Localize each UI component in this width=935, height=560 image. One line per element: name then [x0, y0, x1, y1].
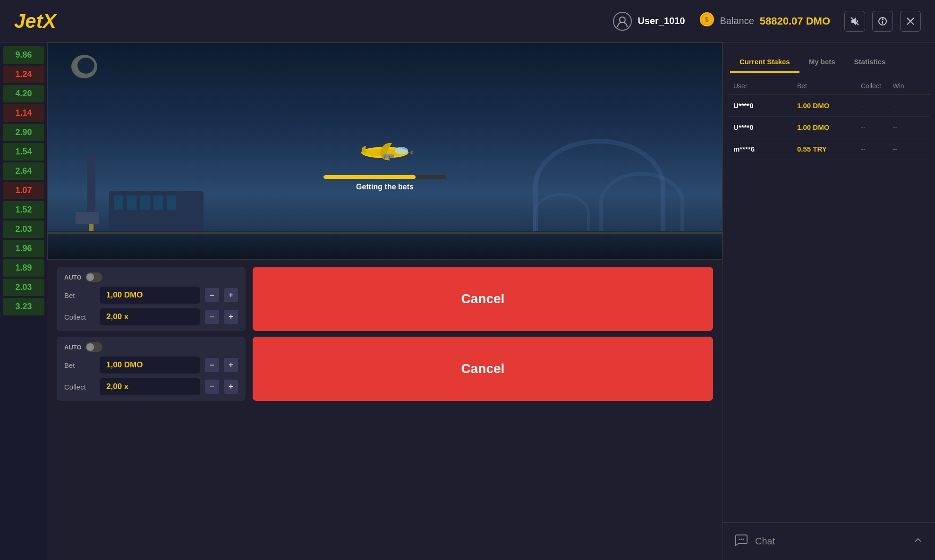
ground [48, 231, 722, 259]
bet-plus-btn-2[interactable]: + [224, 358, 238, 372]
bet-minus-btn-1[interactable]: − [205, 288, 219, 302]
betting-panel: AUTO Bet 1,00 DMO − + Collect [47, 260, 722, 560]
user-avatar-icon [613, 12, 632, 31]
row2-win: -- [893, 123, 925, 131]
collect-input-row-1: Collect 2,00 x − + [64, 308, 238, 325]
multiplier-badge[interactable]: 1.14 [3, 104, 44, 122]
arch-small [599, 172, 684, 233]
right-panel: Current Stakes My bets Statistics User B… [722, 42, 935, 560]
logo-x: X [43, 10, 56, 32]
svg-point-7 [882, 19, 883, 20]
chat-icon [735, 533, 748, 550]
bet-input-row-1: Bet 1,00 DMO − + [64, 287, 238, 304]
multiplier-badge[interactable]: 1.96 [3, 240, 44, 257]
row1-win: -- [893, 102, 925, 110]
coin-icon: $ [699, 12, 714, 30]
auto-toggle-1: AUTO [64, 272, 238, 282]
progress-bar-container: Getting the bets [323, 175, 446, 191]
multiplier-badge[interactable]: 3.23 [3, 298, 44, 315]
game-status-label: Getting the bets [323, 183, 446, 191]
sound-button[interactable] [844, 11, 865, 32]
col-collect: Collect [861, 82, 893, 90]
logo: JetX [14, 10, 56, 33]
multiplier-badge[interactable]: 1.24 [3, 66, 44, 83]
collect-value-1: 2,00 x [106, 312, 128, 322]
auto-label-2: AUTO [64, 344, 82, 351]
table-header: User Bet Collect Win [728, 77, 930, 95]
left-sidebar: 9.86 1.24 4.20 1.14 2.90 1.54 2.64 1.07 … [0, 42, 47, 560]
username: User_1010 [638, 16, 685, 26]
bet-label-1: Bet [64, 291, 95, 299]
row2-user: U****0 [733, 123, 797, 131]
balance-info: $ Balance 58820.07 DMO [699, 12, 830, 30]
row1-user: U****0 [733, 102, 797, 110]
progress-bar-fill [323, 175, 416, 179]
plane-container [357, 137, 413, 168]
bet-minus-btn-2[interactable]: − [205, 358, 219, 372]
tab-my-bets[interactable]: My bets [799, 52, 845, 73]
multiplier-badge[interactable]: 2.03 [3, 221, 44, 238]
svg-point-12 [395, 147, 408, 154]
toggle-switch-1[interactable] [85, 272, 102, 282]
multiplier-badge[interactable]: 2.90 [3, 124, 44, 141]
collect-minus-btn-2[interactable]: − [205, 380, 219, 394]
header-icons [844, 11, 921, 32]
collect-input-box-1[interactable]: 2,00 x [100, 308, 200, 325]
logo-jet: Jet [14, 10, 43, 32]
chat-expand-icon[interactable] [913, 535, 923, 548]
bet-controls-1: AUTO Bet 1,00 DMO − + Collect [57, 267, 246, 331]
row3-user: m****6 [733, 145, 797, 153]
toggle-switch-2[interactable] [85, 342, 102, 352]
col-bet: Bet [797, 82, 861, 90]
control-tower [83, 156, 99, 233]
table-row: m****6 0.55 TRY -- -- [728, 138, 930, 160]
header-right: User_1010 $ Balance 58820.07 DMO [613, 11, 921, 32]
bet-input-box-2[interactable]: 1,00 DMO [100, 356, 200, 373]
collect-plus-btn-2[interactable]: + [224, 380, 238, 394]
svg-point-18 [743, 539, 744, 540]
collect-plus-btn-1[interactable]: + [224, 310, 238, 324]
cancel-button-1[interactable]: Cancel [253, 267, 713, 331]
collect-minus-btn-1[interactable]: − [205, 310, 219, 324]
col-user: User [733, 82, 797, 90]
cancel-button-2[interactable]: Cancel [253, 337, 713, 401]
auto-label-1: AUTO [64, 274, 82, 281]
arch-medium [533, 193, 590, 233]
multiplier-badge[interactable]: 2.64 [3, 162, 44, 180]
tab-statistics[interactable]: Statistics [845, 52, 895, 73]
chat-bar[interactable]: Chat [723, 522, 935, 560]
multiplier-badge[interactable]: 1.07 [3, 182, 44, 199]
chat-label: Chat [755, 536, 775, 547]
multiplier-badge[interactable]: 1.52 [3, 201, 44, 219]
tab-current-stakes[interactable]: Current Stakes [730, 52, 799, 73]
row3-bet: 0.55 TRY [797, 145, 861, 153]
collect-input-row-2: Collect 2,00 x − + [64, 378, 238, 395]
row1-bet: 1.00 DMO [797, 102, 861, 110]
bet-row-1: AUTO Bet 1,00 DMO − + Collect [57, 267, 713, 331]
table-row: U****0 1.00 DMO -- -- [728, 95, 930, 117]
auto-toggle-2: AUTO [64, 342, 238, 352]
runway [48, 232, 722, 234]
svg-text:$: $ [705, 16, 709, 23]
multiplier-badge[interactable]: 4.20 [3, 85, 44, 102]
moon-crescent [77, 58, 94, 74]
multiplier-badge[interactable]: 9.86 [3, 46, 44, 64]
info-button[interactable] [872, 11, 893, 32]
row3-collect: -- [861, 145, 893, 153]
multiplier-badge[interactable]: 1.89 [3, 259, 44, 277]
main-layout: 9.86 1.24 4.20 1.14 2.90 1.54 2.64 1.07 … [0, 42, 935, 560]
collect-input-box-2[interactable]: 2,00 x [100, 378, 200, 395]
stakes-table: User Bet Collect Win U****0 1.00 DMO -- … [723, 73, 935, 522]
tabs: Current Stakes My bets Statistics [723, 42, 935, 73]
collect-label-1: Collect [64, 313, 95, 321]
row2-collect: -- [861, 123, 893, 131]
bet-value-1: 1,00 DMO [106, 290, 143, 300]
bet-row-2: AUTO Bet 1,00 DMO − + Collect [57, 337, 713, 401]
multiplier-badge[interactable]: 2.03 [3, 279, 44, 296]
close-button[interactable] [900, 11, 921, 32]
terminal [109, 191, 204, 233]
bet-plus-btn-1[interactable]: + [224, 288, 238, 302]
bet-input-box-1[interactable]: 1,00 DMO [100, 287, 200, 304]
multiplier-badge[interactable]: 1.54 [3, 143, 44, 161]
svg-point-16 [739, 539, 740, 540]
